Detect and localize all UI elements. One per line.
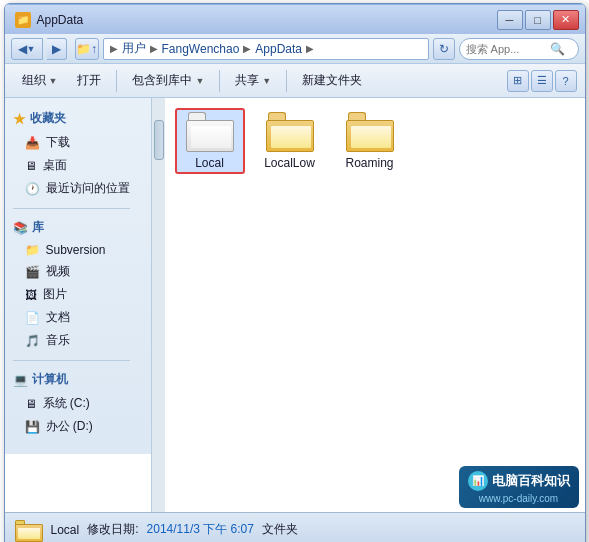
- share-label: 共享: [235, 72, 259, 89]
- toolbar-separator-1: [116, 70, 117, 92]
- subversion-icon: 📁: [25, 243, 40, 257]
- favorites-header[interactable]: ★ 收藏夹: [5, 106, 138, 131]
- title-bar-left: 📁 AppData: [15, 12, 84, 28]
- search-icon[interactable]: 🔍: [550, 42, 565, 56]
- favorites-label: 收藏夹: [30, 110, 66, 127]
- computer-section: 💻 计算机 🖥 系统 (C:) 💾 办公 (D:): [5, 367, 138, 438]
- open-button[interactable]: 打开: [68, 67, 110, 95]
- favorites-section: ★ 收藏夹 📥 下载 🖥 桌面 🕐 最近访问的位置: [5, 106, 138, 200]
- path-appdata[interactable]: AppData: [255, 42, 302, 56]
- minimize-button[interactable]: ─: [497, 10, 523, 30]
- sidebar-item-desktop[interactable]: 🖥 桌面: [5, 154, 138, 177]
- locallow-folder-icon: [266, 112, 314, 152]
- scrollbar-thumb[interactable]: [154, 120, 164, 160]
- search-box[interactable]: 🔍: [459, 38, 579, 60]
- include-library-label: 包含到库中: [132, 72, 192, 89]
- status-date-label: 修改日期:: [87, 521, 138, 538]
- toolbar-separator-3: [286, 70, 287, 92]
- toolbar-separator-2: [219, 70, 220, 92]
- window-icon: 📁: [15, 12, 31, 28]
- toolbar: 组织 ▼ 打开 包含到库中 ▼ 共享 ▼ 新建文件夹 ⊞ ☰ ?: [5, 64, 585, 98]
- c-drive-icon: 🖥: [25, 397, 37, 411]
- library-header[interactable]: 📚 库: [5, 215, 138, 240]
- share-button[interactable]: 共享 ▼: [226, 67, 280, 95]
- file-item-local[interactable]: Local: [175, 108, 245, 174]
- video-icon: 🎬: [25, 265, 40, 279]
- sidebar-item-documents[interactable]: 📄 文档: [5, 306, 138, 329]
- explorer-window: 📁 AppData ─ □ ✕ ◀ ▼ ▶ 📁↑ ▶ 用户 ▶ FangWenc…: [4, 3, 586, 542]
- file-list: Local LocalLow: [165, 98, 585, 512]
- up-button[interactable]: 📁↑: [75, 38, 99, 60]
- status-filename: Local: [51, 523, 80, 537]
- watermark-icon: 📊: [468, 471, 488, 491]
- sidebar-item-c-drive[interactable]: 🖥 系统 (C:): [5, 392, 138, 415]
- path-username[interactable]: FangWenchao: [162, 42, 240, 56]
- status-bar: Local 修改日期: 2014/11/3 下午 6:07 文件夹: [5, 512, 585, 542]
- library-label: 库: [32, 219, 44, 236]
- star-icon: ★: [13, 111, 26, 127]
- organize-button[interactable]: 组织 ▼: [13, 67, 67, 95]
- address-bar: ◀ ▼ ▶ 📁↑ ▶ 用户 ▶ FangWenchao ▶ AppData ▶ …: [5, 34, 585, 64]
- folder-inner-2: [271, 126, 311, 148]
- video-label: 视频: [46, 263, 70, 280]
- pictures-label: 图片: [43, 286, 67, 303]
- folder-inner: [191, 126, 231, 148]
- search-input[interactable]: [466, 43, 546, 55]
- watermark-url: www.pc-daily.com: [479, 493, 558, 504]
- c-drive-label: 系统 (C:): [43, 395, 90, 412]
- folder-body: [186, 120, 234, 152]
- share-dropdown-icon: ▼: [262, 76, 271, 86]
- sidebar-item-subversion[interactable]: 📁 Subversion: [5, 240, 138, 260]
- back-button[interactable]: ◀ ▼: [11, 38, 43, 60]
- sidebar-item-downloads[interactable]: 📥 下载: [5, 131, 138, 154]
- library-icon: 📚: [13, 221, 28, 235]
- library-section: 📚 库 📁 Subversion 🎬 视频 🖼 图片: [5, 215, 138, 352]
- maximize-button[interactable]: □: [525, 10, 551, 30]
- sidebar-divider-1: [13, 208, 130, 209]
- documents-label: 文档: [46, 309, 70, 326]
- status-type: 文件夹: [262, 521, 298, 538]
- sidebar-item-d-drive[interactable]: 💾 办公 (D:): [5, 415, 138, 438]
- grid-view-button[interactable]: ⊞: [507, 70, 529, 92]
- close-button[interactable]: ✕: [553, 10, 579, 30]
- sidebar-item-video[interactable]: 🎬 视频: [5, 260, 138, 283]
- desktop-icon: 🖥: [25, 159, 37, 173]
- sidebar: ★ 收藏夹 📥 下载 🖥 桌面 🕐 最近访问的位置: [5, 98, 153, 454]
- organize-label: 组织: [22, 72, 46, 89]
- local-label: Local: [178, 156, 242, 170]
- status-folder-icon: [15, 518, 43, 542]
- refresh-button[interactable]: ↻: [433, 38, 455, 60]
- include-dropdown-icon: ▼: [195, 76, 204, 86]
- sidebar-divider-2: [13, 360, 130, 361]
- roaming-folder-icon: [346, 112, 394, 152]
- desktop-label: 桌面: [43, 157, 67, 174]
- folder-inner-3: [351, 126, 391, 148]
- locallow-label: LocalLow: [258, 156, 322, 170]
- sidebar-item-pictures[interactable]: 🖼 图片: [5, 283, 138, 306]
- file-item-locallow[interactable]: LocalLow: [255, 108, 325, 174]
- path-separator-1: ▶: [110, 43, 118, 54]
- help-button[interactable]: ?: [555, 70, 577, 92]
- sidebar-scrollbar[interactable]: [151, 98, 165, 512]
- documents-icon: 📄: [25, 311, 40, 325]
- status-date-value[interactable]: 2014/11/3 下午 6:07: [147, 521, 254, 538]
- view-controls: ⊞ ☰ ?: [507, 70, 577, 92]
- recent-icon: 🕐: [25, 182, 40, 196]
- sidebar-item-recent[interactable]: 🕐 最近访问的位置: [5, 177, 138, 200]
- path-separator-2: ▶: [150, 43, 158, 54]
- computer-header[interactable]: 💻 计算机: [5, 367, 138, 392]
- path-users[interactable]: 用户: [122, 40, 146, 57]
- folder-body-3: [346, 120, 394, 152]
- path-separator-3: ▶: [243, 43, 251, 54]
- new-folder-button[interactable]: 新建文件夹: [293, 67, 371, 95]
- new-folder-label: 新建文件夹: [302, 72, 362, 89]
- pictures-icon: 🖼: [25, 288, 37, 302]
- address-path[interactable]: ▶ 用户 ▶ FangWenchao ▶ AppData ▶: [103, 38, 429, 60]
- forward-button[interactable]: ▶: [47, 38, 67, 60]
- sidebar-item-music[interactable]: 🎵 音乐: [5, 329, 138, 352]
- list-view-button[interactable]: ☰: [531, 70, 553, 92]
- include-library-button[interactable]: 包含到库中 ▼: [123, 67, 213, 95]
- open-label: 打开: [77, 72, 101, 89]
- file-item-roaming[interactable]: Roaming: [335, 108, 405, 174]
- downloads-icon: 📥: [25, 136, 40, 150]
